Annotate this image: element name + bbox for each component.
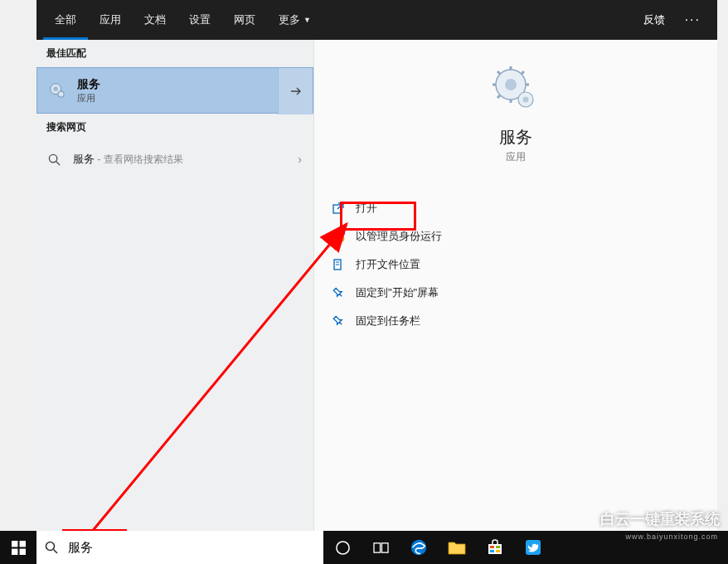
task-view-button[interactable] [362,531,400,564]
taskbar-search-box[interactable] [36,531,323,564]
app-button[interactable] [514,531,552,564]
explorer-button[interactable] [438,531,476,564]
feedback-button[interactable]: 反馈 [633,12,675,27]
watermark-url: www.baiyunxitong.com [625,532,718,541]
action-run-admin[interactable]: 以管理员身份运行 [324,222,707,250]
svg-line-29 [54,550,58,554]
store-button[interactable] [476,531,514,564]
svg-rect-35 [490,546,494,548]
tab-web[interactable]: 网页 [222,0,267,40]
action-location-label: 打开文件位置 [356,257,420,272]
svg-rect-37 [490,550,494,552]
actions-list: 打开 以管理员身份运行 打开文件位置 固定到"开始"屏幕 固定到任务栏 [314,194,717,335]
taskview-icon [373,541,389,555]
svg-rect-36 [496,546,500,548]
svg-point-3 [49,154,56,162]
pin-icon [331,314,346,328]
app-type-label: 应用 [506,150,526,164]
taskbar [0,531,728,564]
search-icon [45,541,60,554]
best-match-title: 服务 [77,77,303,92]
arrow-right-icon [289,85,303,98]
svg-rect-24 [12,541,17,547]
app-name-label: 服务 [499,126,532,148]
svg-line-4 [56,161,60,164]
taskbar-icons [323,531,552,564]
action-pin-taskbar-label: 固定到任务栏 [356,314,420,328]
web-search-result[interactable]: 服务 - 查看网络搜索结果 › [36,141,313,177]
edge-button[interactable] [400,531,438,564]
tab-settings[interactable]: 设置 [177,0,222,40]
tab-all[interactable]: 全部 [43,0,88,40]
svg-point-19 [339,236,344,241]
details-right-column: 服务 应用 打开 以管理员身份运行 打开文件位置 固定到"开始"屏幕 [314,40,717,531]
best-match-item[interactable]: 服务 应用 [36,67,313,114]
gear-icon [47,80,67,100]
action-open-label: 打开 [356,201,377,216]
app-icon [524,538,542,557]
search-input[interactable] [68,531,315,564]
app-large-icon [491,65,541,114]
svg-point-1 [53,86,58,91]
action-pin-start[interactable]: 固定到"开始"屏幕 [324,279,707,307]
action-admin-label: 以管理员身份运行 [356,229,442,244]
folder-icon [331,257,346,272]
svg-point-6 [505,79,517,90]
admin-icon [331,229,346,244]
web-search-header: 搜索网页 [36,114,313,141]
svg-line-11 [522,71,524,74]
svg-rect-38 [496,550,500,552]
start-button[interactable] [0,531,36,564]
tab-apps[interactable]: 应用 [88,0,133,40]
expand-arrow-button[interactable] [278,68,313,114]
web-result-text: 服务 - 查看网络搜索结果 [73,152,298,167]
svg-line-14 [497,71,500,74]
svg-rect-25 [19,541,25,547]
edge-icon [410,538,428,557]
svg-rect-26 [12,548,17,554]
search-icon [48,153,63,166]
svg-point-28 [46,542,55,551]
action-pin-taskbar[interactable]: 固定到任务栏 [324,307,707,335]
action-open[interactable]: 打开 [324,194,707,222]
pin-icon [331,285,346,300]
svg-point-30 [336,541,348,553]
windows-icon [12,541,26,555]
more-options-button[interactable]: ··· [675,12,711,27]
web-query-label: 服务 [73,153,95,165]
cortana-button[interactable] [323,531,362,564]
svg-rect-27 [19,548,25,554]
chevron-right-icon: › [298,153,302,166]
svg-point-2 [58,91,64,97]
tab-more[interactable]: 更多 ▼ [267,0,323,40]
chevron-down-icon: ▼ [303,0,311,40]
tab-more-label: 更多 [279,0,300,40]
search-results-panel: 全部 应用 文档 设置 网页 更多 ▼ 反馈 ··· 最佳匹配 服务 应用 [36,0,717,531]
best-match-subtitle: 应用 [77,92,303,105]
tab-docs[interactable]: 文档 [133,0,177,40]
filter-tabs-bar: 全部 应用 文档 设置 网页 更多 ▼ 反馈 ··· [36,0,717,40]
svg-rect-32 [381,542,388,552]
folder-icon [448,540,466,555]
best-match-header: 最佳匹配 [36,40,313,67]
svg-rect-34 [488,544,502,554]
svg-point-16 [523,97,529,103]
svg-line-12 [497,95,500,98]
open-icon [331,201,346,216]
svg-rect-31 [374,542,381,552]
circle-icon [335,540,351,556]
store-icon [487,539,503,556]
web-hint-label: - 查看网络搜索结果 [95,153,183,165]
panel-body: 最佳匹配 服务 应用 搜索网页 服务 - 查看网络搜索结 [36,40,717,531]
action-pin-start-label: 固定到"开始"屏幕 [356,285,439,300]
action-open-location[interactable]: 打开文件位置 [324,250,707,279]
results-left-column: 最佳匹配 服务 应用 搜索网页 服务 - 查看网络搜索结 [36,40,314,531]
best-match-text: 服务 应用 [77,77,303,105]
gear-icon [493,66,539,113]
